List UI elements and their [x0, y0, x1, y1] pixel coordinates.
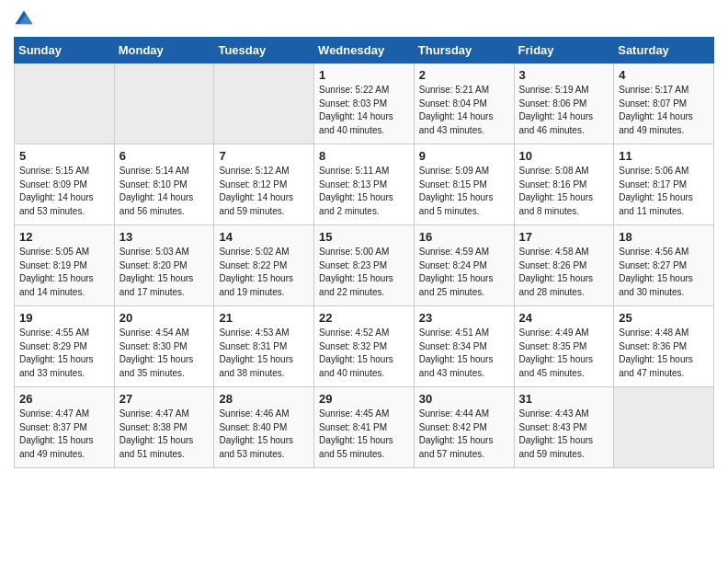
weekday-header-thursday: Thursday [414, 38, 514, 63]
day-info: Sunrise: 4:46 AM Sunset: 8:40 PM Dayligh… [219, 408, 309, 461]
calendar-week-row: 1Sunrise: 5:22 AM Sunset: 8:03 PM Daylig… [15, 63, 714, 144]
day-info: Sunrise: 4:48 AM Sunset: 8:36 PM Dayligh… [619, 327, 709, 380]
calendar-cell: 31Sunrise: 4:43 AM Sunset: 8:43 PM Dayli… [514, 387, 614, 468]
calendar-cell [214, 63, 314, 144]
calendar-cell: 8Sunrise: 5:11 AM Sunset: 8:13 PM Daylig… [314, 144, 415, 225]
calendar-cell: 7Sunrise: 5:12 AM Sunset: 8:12 PM Daylig… [214, 144, 314, 225]
calendar-cell: 27Sunrise: 4:47 AM Sunset: 8:38 PM Dayli… [114, 387, 214, 468]
day-info: Sunrise: 5:11 AM Sunset: 8:13 PM Dayligh… [319, 165, 409, 218]
day-number: 6 [119, 149, 210, 163]
day-number: 15 [319, 230, 409, 244]
weekday-header-friday: Friday [514, 38, 614, 63]
day-number: 13 [119, 230, 210, 244]
calendar-cell: 22Sunrise: 4:52 AM Sunset: 8:32 PM Dayli… [314, 306, 415, 387]
day-info: Sunrise: 4:52 AM Sunset: 8:32 PM Dayligh… [319, 327, 409, 380]
calendar-cell: 3Sunrise: 5:19 AM Sunset: 8:06 PM Daylig… [514, 63, 614, 144]
calendar-cell: 29Sunrise: 4:45 AM Sunset: 8:41 PM Dayli… [314, 387, 415, 468]
header [14, 9, 714, 29]
calendar-cell [114, 63, 214, 144]
calendar-cell: 17Sunrise: 4:58 AM Sunset: 8:26 PM Dayli… [514, 225, 614, 306]
day-info: Sunrise: 5:05 AM Sunset: 8:19 PM Dayligh… [19, 246, 109, 299]
calendar-cell: 13Sunrise: 5:03 AM Sunset: 8:20 PM Dayli… [114, 225, 214, 306]
day-number: 12 [19, 230, 109, 244]
weekday-header-sunday: Sunday [15, 38, 115, 63]
day-info: Sunrise: 4:54 AM Sunset: 8:30 PM Dayligh… [119, 327, 210, 380]
day-info: Sunrise: 4:53 AM Sunset: 8:31 PM Dayligh… [219, 327, 309, 380]
calendar-cell: 24Sunrise: 4:49 AM Sunset: 8:35 PM Dayli… [514, 306, 614, 387]
calendar-cell: 15Sunrise: 5:00 AM Sunset: 8:23 PM Dayli… [314, 225, 415, 306]
day-number: 14 [219, 230, 309, 244]
day-number: 18 [619, 230, 709, 244]
calendar-cell: 6Sunrise: 5:14 AM Sunset: 8:10 PM Daylig… [114, 144, 214, 225]
day-number: 25 [619, 311, 709, 325]
calendar-cell: 16Sunrise: 4:59 AM Sunset: 8:24 PM Dayli… [414, 225, 514, 306]
day-number: 28 [219, 392, 309, 406]
day-info: Sunrise: 5:17 AM Sunset: 8:07 PM Dayligh… [619, 84, 709, 137]
weekday-header-monday: Monday [114, 38, 214, 63]
calendar-cell: 21Sunrise: 4:53 AM Sunset: 8:31 PM Dayli… [214, 306, 314, 387]
day-number: 23 [419, 311, 509, 325]
calendar-cell [614, 387, 714, 468]
calendar-cell: 20Sunrise: 4:54 AM Sunset: 8:30 PM Dayli… [114, 306, 214, 387]
day-number: 24 [519, 311, 609, 325]
logo-icon [14, 9, 34, 29]
day-info: Sunrise: 4:58 AM Sunset: 8:26 PM Dayligh… [519, 246, 609, 299]
calendar-cell: 18Sunrise: 4:56 AM Sunset: 8:27 PM Dayli… [614, 225, 714, 306]
day-info: Sunrise: 5:09 AM Sunset: 8:15 PM Dayligh… [419, 165, 509, 218]
day-info: Sunrise: 5:19 AM Sunset: 8:06 PM Dayligh… [519, 84, 609, 137]
day-info: Sunrise: 5:06 AM Sunset: 8:17 PM Dayligh… [619, 165, 709, 218]
page: SundayMondayTuesdayWednesdayThursdayFrid… [0, 0, 728, 482]
day-info: Sunrise: 5:21 AM Sunset: 8:04 PM Dayligh… [419, 84, 509, 137]
calendar-week-row: 5Sunrise: 5:15 AM Sunset: 8:09 PM Daylig… [15, 144, 714, 225]
day-info: Sunrise: 4:47 AM Sunset: 8:38 PM Dayligh… [119, 408, 210, 461]
day-info: Sunrise: 5:08 AM Sunset: 8:16 PM Dayligh… [519, 165, 609, 218]
calendar-cell: 30Sunrise: 4:44 AM Sunset: 8:42 PM Dayli… [414, 387, 514, 468]
day-info: Sunrise: 5:22 AM Sunset: 8:03 PM Dayligh… [319, 84, 409, 137]
day-number: 19 [19, 311, 109, 325]
calendar-cell: 28Sunrise: 4:46 AM Sunset: 8:40 PM Dayli… [214, 387, 314, 468]
calendar-cell: 14Sunrise: 5:02 AM Sunset: 8:22 PM Dayli… [214, 225, 314, 306]
weekday-header-wednesday: Wednesday [314, 38, 415, 63]
day-number: 16 [419, 230, 509, 244]
day-number: 17 [519, 230, 609, 244]
calendar-week-row: 26Sunrise: 4:47 AM Sunset: 8:37 PM Dayli… [15, 387, 714, 468]
day-number: 31 [519, 392, 609, 406]
day-number: 9 [419, 149, 509, 163]
day-info: Sunrise: 5:14 AM Sunset: 8:10 PM Dayligh… [119, 165, 210, 218]
day-info: Sunrise: 5:12 AM Sunset: 8:12 PM Dayligh… [219, 165, 309, 218]
day-info: Sunrise: 4:47 AM Sunset: 8:37 PM Dayligh… [19, 408, 109, 461]
day-info: Sunrise: 4:59 AM Sunset: 8:24 PM Dayligh… [419, 246, 509, 299]
weekday-header-saturday: Saturday [614, 38, 714, 63]
calendar-cell: 10Sunrise: 5:08 AM Sunset: 8:16 PM Dayli… [514, 144, 614, 225]
day-info: Sunrise: 4:51 AM Sunset: 8:34 PM Dayligh… [419, 327, 509, 380]
day-number: 11 [619, 149, 709, 163]
day-number: 27 [119, 392, 210, 406]
day-info: Sunrise: 4:45 AM Sunset: 8:41 PM Dayligh… [319, 408, 409, 461]
day-number: 8 [319, 149, 409, 163]
calendar-table: SundayMondayTuesdayWednesdayThursdayFrid… [14, 37, 714, 468]
calendar-cell: 11Sunrise: 5:06 AM Sunset: 8:17 PM Dayli… [614, 144, 714, 225]
day-number: 30 [419, 392, 509, 406]
calendar-cell [15, 63, 115, 144]
day-number: 3 [519, 68, 609, 82]
day-number: 4 [619, 68, 709, 82]
calendar-cell: 25Sunrise: 4:48 AM Sunset: 8:36 PM Dayli… [614, 306, 714, 387]
day-number: 10 [519, 149, 609, 163]
day-info: Sunrise: 4:44 AM Sunset: 8:42 PM Dayligh… [419, 408, 509, 461]
weekday-header-row: SundayMondayTuesdayWednesdayThursdayFrid… [15, 38, 714, 63]
calendar-cell: 26Sunrise: 4:47 AM Sunset: 8:37 PM Dayli… [15, 387, 115, 468]
calendar-cell: 9Sunrise: 5:09 AM Sunset: 8:15 PM Daylig… [414, 144, 514, 225]
day-number: 2 [419, 68, 509, 82]
day-info: Sunrise: 4:49 AM Sunset: 8:35 PM Dayligh… [519, 327, 609, 380]
calendar-cell: 12Sunrise: 5:05 AM Sunset: 8:19 PM Dayli… [15, 225, 115, 306]
logo [14, 9, 38, 29]
day-number: 5 [19, 149, 109, 163]
calendar-cell: 2Sunrise: 5:21 AM Sunset: 8:04 PM Daylig… [414, 63, 514, 144]
day-number: 20 [119, 311, 210, 325]
calendar-week-row: 19Sunrise: 4:55 AM Sunset: 8:29 PM Dayli… [15, 306, 714, 387]
day-info: Sunrise: 4:56 AM Sunset: 8:27 PM Dayligh… [619, 246, 709, 299]
day-info: Sunrise: 4:55 AM Sunset: 8:29 PM Dayligh… [19, 327, 109, 380]
day-info: Sunrise: 5:15 AM Sunset: 8:09 PM Dayligh… [19, 165, 109, 218]
day-info: Sunrise: 4:43 AM Sunset: 8:43 PM Dayligh… [519, 408, 609, 461]
calendar-cell: 1Sunrise: 5:22 AM Sunset: 8:03 PM Daylig… [314, 63, 415, 144]
